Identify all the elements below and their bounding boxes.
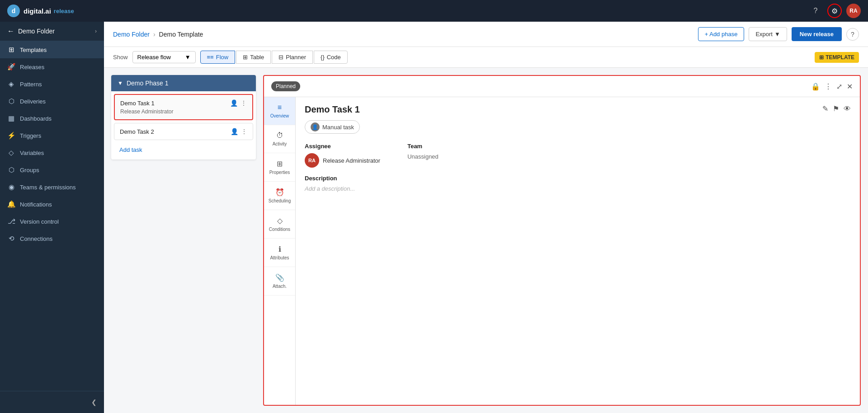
- task-card-header: Demo Task 2 👤 ⋮: [120, 128, 247, 135]
- assignee-icon: 👤: [231, 128, 238, 135]
- tab-table[interactable]: ⊞ Table: [236, 51, 271, 64]
- logo-icon: d: [7, 5, 20, 17]
- overview-tab-icon: ≡: [278, 103, 282, 112]
- detail-main-content: Demo Task 1 ✎ ⚑ 👁 👤 Manual task: [296, 97, 860, 405]
- header-actions: + Add phase Export ▼ New release ?: [698, 27, 859, 41]
- forward-icon: ›: [95, 28, 97, 34]
- status-badge: Planned: [271, 81, 300, 91]
- tab-activity[interactable]: ⏱ Activity: [264, 125, 295, 153]
- edit-icon[interactable]: ✎: [822, 104, 828, 113]
- tab-attachments[interactable]: 📎 Attach.: [264, 267, 295, 296]
- top-navigation: d digital.ai release ? ⚙ RA: [0, 0, 868, 22]
- task-card[interactable]: Demo Task 1 👤 ⋮ Release Administrator: [114, 94, 253, 120]
- patterns-icon: ◈: [7, 80, 15, 88]
- tab-planner[interactable]: ⊟ Planner: [272, 51, 313, 64]
- task-action-icons: 👤 ⋮: [230, 99, 247, 107]
- logo-text: digital.ai release: [24, 7, 74, 15]
- phase-collapse-icon[interactable]: ▼: [118, 80, 123, 86]
- task-name: Demo Task 1: [120, 100, 155, 107]
- back-icon: ←: [7, 27, 14, 35]
- assignee-label: Assignee: [305, 143, 380, 150]
- new-release-button[interactable]: New release: [792, 27, 842, 41]
- templates-icon: ⊞: [7, 46, 15, 54]
- sidebar-item-version-control[interactable]: ⎇ Version control: [0, 213, 104, 230]
- releases-icon: 🚀: [7, 63, 15, 71]
- breadcrumb-current: Demo Template: [159, 31, 203, 38]
- sidebar-item-groups[interactable]: ⬡ Groups: [0, 161, 104, 178]
- nav-right-actions: ? ⚙ RA: [808, 4, 861, 18]
- task-detail-header-actions: 🔒 ⋮ ⤢ ✕: [811, 82, 853, 91]
- sidebar-item-label: Templates: [20, 47, 47, 53]
- flow-tab-icon: ≡≡: [207, 54, 214, 61]
- sidebar-item-releases[interactable]: 🚀 Releases: [0, 58, 104, 75]
- sidebar-item-patterns[interactable]: ◈ Patterns: [0, 75, 104, 93]
- show-label: Show: [113, 54, 128, 61]
- sidebar-item-dashboards[interactable]: ▦ Dashboards: [0, 110, 104, 127]
- sidebar-item-connections[interactable]: ⟲ Connections: [0, 230, 104, 247]
- tab-properties[interactable]: ⊞ Properties: [264, 153, 295, 182]
- add-task-button[interactable]: Add task: [114, 143, 253, 157]
- sidebar-item-variables[interactable]: ◇ Variables: [0, 144, 104, 161]
- description-field[interactable]: Add a description...: [305, 185, 851, 192]
- tab-flow[interactable]: ≡≡ Flow: [200, 51, 236, 64]
- detail-title-row: Demo Task 1 ✎ ⚑ 👁: [305, 104, 851, 115]
- view-toolbar: Show Release flow ▼ ≡≡ Flow ⊞ Table ⊟: [104, 47, 868, 68]
- lock-icon[interactable]: 🔒: [811, 82, 820, 91]
- task-card[interactable]: Demo Task 2 👤 ⋮: [114, 123, 253, 140]
- user-avatar-button[interactable]: RA: [846, 4, 861, 18]
- teams-icon: ◉: [7, 183, 15, 191]
- breadcrumb-folder[interactable]: Demo Folder: [113, 31, 150, 38]
- content-help-button[interactable]: ?: [846, 28, 859, 41]
- sidebar-item-triggers[interactable]: ⚡ Triggers: [0, 127, 104, 144]
- variables-icon: ◇: [7, 149, 15, 157]
- sidebar-item-label: Dashboards: [20, 115, 52, 122]
- add-phase-button[interactable]: + Add phase: [698, 27, 745, 41]
- settings-nav-button[interactable]: ⚙: [827, 4, 842, 18]
- team-value: Unassigned: [407, 153, 439, 160]
- sidebar-item-teams-permissions[interactable]: ◉ Teams & permissions: [0, 178, 104, 196]
- close-icon[interactable]: ✕: [847, 82, 853, 91]
- more-icon[interactable]: ⋮: [241, 128, 247, 135]
- connections-icon: ⟲: [7, 235, 15, 243]
- task-action-icons: 👤 ⋮: [231, 128, 247, 135]
- flag-icon[interactable]: ⚑: [833, 104, 839, 113]
- description-label: Description: [305, 175, 851, 182]
- sidebar-item-label: Variables: [20, 150, 44, 156]
- task-detail-title: Demo Task 1: [305, 104, 360, 115]
- more-icon[interactable]: ⋮: [241, 99, 247, 107]
- content-area: Demo Folder › Demo Template + Add phase …: [104, 22, 868, 413]
- tab-scheduling[interactable]: ⏰ Scheduling: [264, 182, 295, 210]
- folder-name: Demo Folder: [18, 28, 55, 35]
- code-tab-icon: {}: [321, 54, 325, 61]
- content-header: Demo Folder › Demo Template + Add phase …: [104, 22, 868, 47]
- sidebar-item-label: Teams & permissions: [20, 184, 76, 191]
- sidebar-item-label: Groups: [20, 167, 39, 174]
- sidebar-item-deliveries[interactable]: ⬡ Deliveries: [0, 93, 104, 110]
- notifications-icon: 🔔: [7, 200, 15, 208]
- task-detail-header: Planned 🔒 ⋮ ⤢ ✕: [264, 76, 860, 97]
- task-detail-panel: Planned 🔒 ⋮ ⤢ ✕ ≡ Overview: [263, 75, 861, 406]
- tab-overview[interactable]: ≡ Overview: [264, 97, 295, 125]
- show-select-chevron: ▼: [185, 54, 191, 61]
- help-nav-button[interactable]: ?: [808, 4, 823, 18]
- breadcrumb-separator: ›: [153, 31, 156, 38]
- sidebar-item-label: Version control: [20, 218, 59, 225]
- export-chevron-icon: ▼: [774, 31, 780, 38]
- nav-logo-area: d digital.ai release: [7, 5, 74, 17]
- assignee-team-row: Assignee RA Release Administrator Team U…: [305, 143, 851, 168]
- sidebar-item-templates[interactable]: ⊞ Templates: [0, 41, 104, 58]
- sidebar-item-notifications[interactable]: 🔔 Notifications: [0, 196, 104, 213]
- more-options-icon[interactable]: ⋮: [825, 82, 832, 91]
- export-button[interactable]: Export ▼: [749, 27, 787, 41]
- tab-code[interactable]: {} Code: [314, 51, 348, 64]
- eye-icon[interactable]: 👁: [844, 105, 851, 113]
- tab-attributes[interactable]: ℹ Attributes: [264, 239, 295, 267]
- expand-icon[interactable]: ⤢: [836, 82, 842, 91]
- scheduling-tab-icon: ⏰: [275, 188, 284, 197]
- sidebar-collapse-button[interactable]: ❮: [7, 396, 97, 408]
- sidebar-folder-header[interactable]: ← Demo Folder ›: [0, 22, 104, 41]
- manual-task-badge: 👤 Manual task: [305, 120, 360, 134]
- template-badge-icon: ⊞: [819, 54, 824, 61]
- tab-conditions[interactable]: ◇ Conditions: [264, 210, 295, 239]
- show-select[interactable]: Release flow ▼: [132, 51, 196, 63]
